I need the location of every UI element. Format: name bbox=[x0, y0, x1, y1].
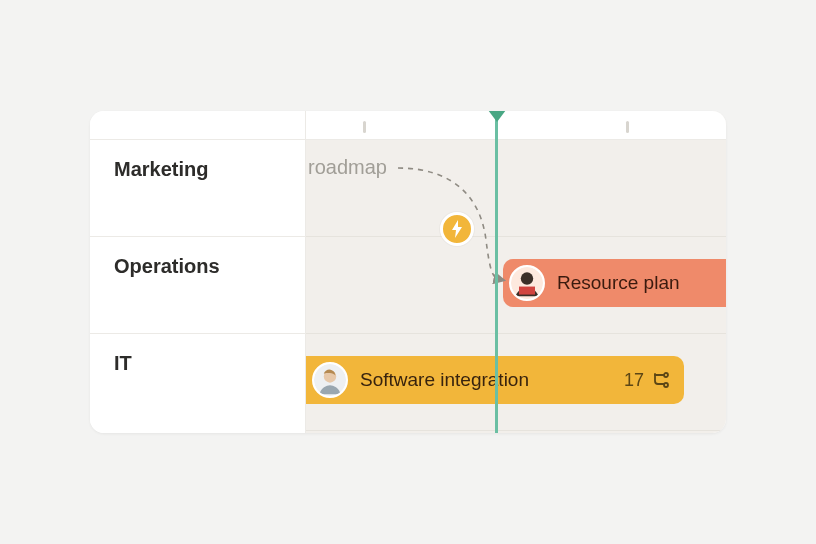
ghost-task-roadmap[interactable]: roadmap bbox=[308, 156, 387, 179]
timeline-tick bbox=[363, 121, 366, 133]
task-title: Resource plan bbox=[557, 272, 680, 294]
today-indicator-line bbox=[495, 111, 498, 433]
row-sidebar: Marketing Operations IT bbox=[90, 111, 306, 433]
lane-marketing[interactable]: roadmap bbox=[306, 140, 726, 237]
today-indicator-marker bbox=[488, 111, 506, 122]
task-bar-resource-plan[interactable]: Resource plan bbox=[503, 259, 726, 307]
svg-point-1 bbox=[521, 272, 533, 284]
sidebar-header bbox=[90, 111, 305, 140]
row-label-marketing[interactable]: Marketing bbox=[90, 140, 305, 237]
timeline-area[interactable]: roadmap Resource plan Software integrat bbox=[306, 111, 726, 433]
row-label-it[interactable]: IT bbox=[90, 334, 305, 431]
lane-it[interactable]: Software integration 17 bbox=[306, 334, 726, 431]
automation-bolt-icon[interactable] bbox=[440, 212, 474, 246]
timeline-card: Marketing Operations IT roadmap Resou bbox=[90, 111, 726, 433]
avatar bbox=[312, 362, 348, 398]
subtask-icon bbox=[652, 371, 670, 389]
lane-operations[interactable]: Resource plan bbox=[306, 237, 726, 334]
svg-rect-2 bbox=[519, 287, 535, 295]
subtask-count: 17 bbox=[624, 370, 644, 391]
task-subtask-meta[interactable]: 17 bbox=[614, 370, 670, 391]
row-text: Marketing bbox=[114, 158, 208, 180]
row-label-operations[interactable]: Operations bbox=[90, 237, 305, 334]
timeline-header bbox=[306, 111, 726, 140]
task-title: Software integration bbox=[360, 369, 529, 391]
row-text: Operations bbox=[114, 255, 220, 277]
row-text: IT bbox=[114, 352, 132, 374]
timeline-tick bbox=[626, 121, 629, 133]
avatar bbox=[509, 265, 545, 301]
timeline-body: roadmap Resource plan Software integrat bbox=[306, 140, 726, 433]
